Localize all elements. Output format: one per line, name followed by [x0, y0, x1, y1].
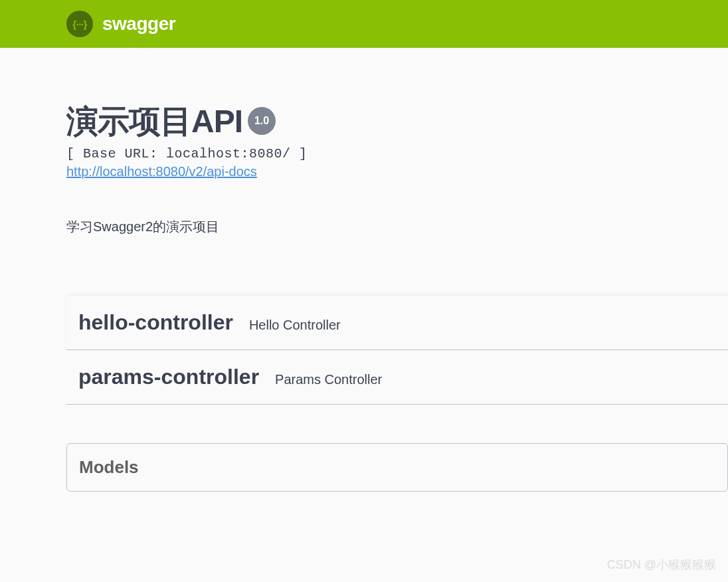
tag-description: Hello Controller [249, 318, 341, 333]
tag-hello-controller[interactable]: hello-controller Hello Controller [66, 296, 728, 350]
api-title-row: 演示项目API 1.0 [66, 104, 728, 140]
brand-logo[interactable]: swagger [66, 11, 175, 37]
api-title: 演示项目API [66, 104, 242, 140]
tag-section: hello-controller Hello Controller params… [66, 296, 728, 405]
models-title: Models [79, 457, 715, 478]
brand-text: swagger [102, 13, 175, 35]
models-section[interactable]: Models [66, 443, 728, 492]
api-description: 学习Swagger2的演示项目 [66, 218, 728, 236]
tag-params-controller[interactable]: params-controller Params Controller [66, 350, 728, 405]
topbar: swagger [0, 0, 728, 48]
watermark: CSDN @小猴猴猴猴 [607, 557, 716, 573]
base-url: [ Base URL: localhost:8080/ ] [66, 146, 728, 161]
api-docs-link[interactable]: http://localhost:8080/v2/api-docs [66, 164, 257, 179]
main-container: 演示项目API 1.0 [ Base URL: localhost:8080/ … [0, 48, 728, 492]
version-badge: 1.0 [248, 107, 276, 135]
tag-name: hello-controller [78, 310, 233, 335]
swagger-icon [66, 11, 93, 37]
tag-description: Params Controller [275, 372, 382, 387]
tag-name: params-controller [78, 365, 259, 389]
